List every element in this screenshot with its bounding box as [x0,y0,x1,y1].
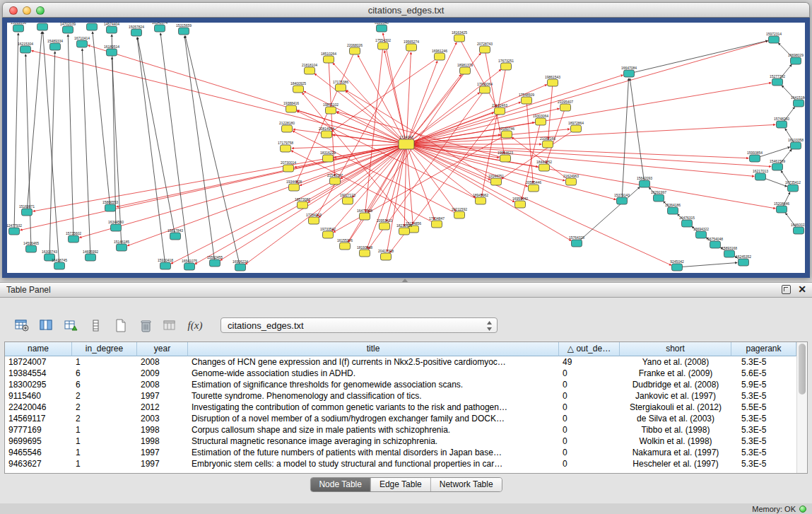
network-node[interactable]: 22068026 [347,43,363,55]
network-node[interactable]: 19388416 [283,101,299,113]
network-edge[interactable] [88,45,406,144]
column-header-title[interactable]: title [188,342,559,356]
network-node[interactable]: 16418745 [52,258,67,270]
create-column-button[interactable] [110,316,131,334]
merge-tables-button[interactable] [160,316,181,334]
network-node[interactable]: 16476315 [679,216,695,228]
network-node[interactable]: 16415184 [791,95,805,107]
network-node[interactable]: 14702039 [60,23,76,33]
network-node[interactable]: 16959442 [512,197,528,209]
network-edge[interactable] [68,35,73,239]
close-panel-icon[interactable]: ✕ [798,285,806,294]
table-row[interactable]: 946554611997Estimation of the future num… [5,447,796,458]
network-edge[interactable] [677,263,737,267]
network-node[interactable]: 16647084 [621,66,637,78]
network-node[interactable]: 20211592 [452,207,467,219]
function-builder-button[interactable]: f(x) [184,316,206,334]
table-row[interactable]: 977716911998Corpus callosum shape and si… [5,424,796,436]
network-node[interactable]: 16460023 [791,223,805,235]
network-node[interactable]: 15930418 [158,258,173,270]
network-edge[interactable] [404,144,406,226]
network-node[interactable]: 12477932 [7,223,22,235]
network-node[interactable]: 18163425 [452,30,467,42]
network-node[interactable]: 18972864 [568,121,584,133]
network-node[interactable]: 20585446 [526,180,541,192]
network-node[interactable]: 15277392 [770,74,785,86]
network-node[interactable]: 20953410 [377,218,392,230]
network-node[interactable]: 18510264 [321,52,336,64]
tab-node-table[interactable]: Node Table [310,478,371,491]
window-titlebar[interactable]: citations_edges.txt [2,2,810,18]
table-row[interactable]: 969969511998Structural magnetic resonanc… [5,436,796,447]
network-edge[interactable] [406,144,754,176]
table-row[interactable]: 911546021997Tourette syndrome. Phenomeno… [5,390,796,402]
import-table-button[interactable] [61,316,82,334]
network-edge[interactable] [25,54,31,249]
network-edge[interactable] [117,144,406,207]
table-row[interactable]: 946362711997Embryonic stem cells: a mode… [5,458,796,469]
scrollbar-thumb[interactable] [799,344,806,395]
column-header-pagerank[interactable]: pagerank [731,342,796,356]
network-node[interactable]: 16472398 [357,209,372,221]
network-node[interactable]: 16291997 [651,190,666,202]
tab-edge-table[interactable]: Edge Table [371,478,431,491]
network-edge[interactable] [546,107,565,163]
network-edge[interactable] [331,57,440,132]
network-node[interactable]: 22044751 [488,174,504,186]
network-node[interactable]: 16961246 [432,49,447,61]
table-settings-button[interactable] [11,316,33,334]
network-node[interactable]: 14574404 [104,23,119,33]
network-node[interactable]: 20730014 [281,160,296,173]
show-columns-button[interactable] [36,316,57,334]
network-node[interactable]: 19565274 [404,40,419,52]
network-node[interactable]: 15489334 [47,39,63,51]
network-node[interactable]: 16906224 [233,259,248,271]
network-node[interactable]: 1724043 [399,135,414,150]
column-header-name[interactable]: name [5,342,72,356]
network-node[interactable]: 15312056 [11,23,26,32]
network-node[interactable]: 15461589 [770,159,785,171]
network-node[interactable]: 18945962 [473,193,488,205]
network-node[interactable]: 15866553 [102,200,118,212]
column-header-year[interactable]: year [137,342,188,356]
network-node[interactable]: 16215304 [18,42,33,54]
network-node[interactable]: 17175386 [333,80,348,92]
network-edge[interactable] [27,32,42,212]
zoom-window-button[interactable] [36,6,45,15]
network-edge[interactable] [300,144,406,185]
network-node[interactable]: 16103358 [788,138,804,150]
network-node[interactable]: 16710414 [74,36,90,48]
network-edge[interactable] [406,144,413,224]
network-edge[interactable] [333,135,406,144]
network-node[interactable]: 16735412 [785,180,801,192]
network-edge[interactable] [406,52,411,144]
network-node[interactable]: 21549337 [327,173,343,185]
network-edge[interactable] [32,51,406,144]
network-node[interactable]: 17548509 [519,93,534,105]
column-header-out_degree[interactable]: △ out_de… [559,342,620,356]
network-edge[interactable] [293,131,459,215]
network-node[interactable]: 17554302 [375,38,391,50]
network-node[interactable]: 15208646 [774,201,789,214]
network-node[interactable]: 14506465 [23,241,39,253]
table-row[interactable]: 2242004622012Investigating the contribut… [5,402,796,413]
network-edge[interactable] [49,52,55,257]
network-node[interactable]: 15817843 [167,228,183,240]
network-node[interactable]: 12160746 [499,127,514,139]
network-node[interactable]: 18981379 [457,63,473,75]
network-node[interactable]: 21102463 [492,103,507,115]
network-node[interactable]: 17673251 [498,59,514,71]
table-row[interactable]: 1872400712008Changes of HCN gene express… [5,356,796,368]
network-edge[interactable] [526,100,533,183]
network-edge[interactable] [406,144,435,219]
network-node[interactable]: 17204847 [429,216,445,228]
float-panel-icon[interactable] [782,285,791,294]
table-row[interactable]: 1456911722003Disruption of a novel membe… [5,413,796,424]
network-node[interactable]: 19344628 [286,180,302,192]
network-node[interactable]: 16806142 [35,23,50,30]
tab-network-table[interactable]: Network Table [431,478,502,491]
network-node[interactable]: 19564623 [498,151,513,163]
network-node[interactable]: 15379143 [614,193,630,205]
network-node[interactable]: 19861543 [545,75,560,87]
network-node[interactable]: 15364186 [665,203,681,215]
